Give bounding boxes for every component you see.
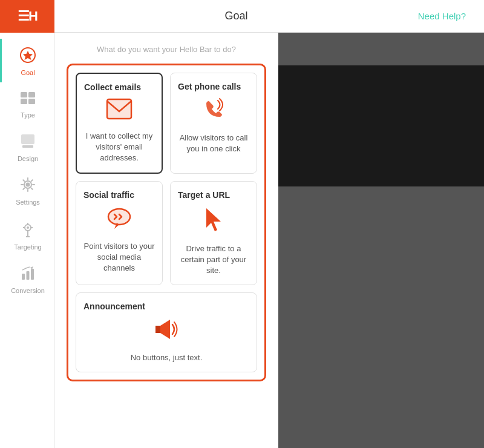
announcement-title: Announcement xyxy=(83,301,145,311)
svg-marker-26 xyxy=(206,208,221,231)
goal-card-get-phone-calls[interactable]: Get phone calls Allow visitors to call y… xyxy=(170,73,257,174)
goal-card-target-url[interactable]: Target a URL Drive traffic to a certain … xyxy=(170,181,257,286)
social-icon xyxy=(106,206,132,235)
sidebar-item-targeting[interactable]: Targeting xyxy=(0,212,54,257)
sidebar-item-conversion[interactable]: Conversion xyxy=(0,257,54,300)
sidebar-item-design[interactable]: Design xyxy=(0,125,54,168)
top-bar: ☰H Goal Need Help? xyxy=(0,0,484,33)
svg-rect-4 xyxy=(21,99,27,104)
get-phone-calls-title: Get phone calls xyxy=(178,82,241,91)
goal-container: Collect emails I want to collect my visi… xyxy=(67,64,266,381)
design-icon xyxy=(20,133,36,153)
target-url-title: Target a URL xyxy=(178,190,230,200)
logo-icon: ☰H xyxy=(18,8,37,24)
social-traffic-title: Social traffic xyxy=(83,190,134,200)
svg-rect-2 xyxy=(21,92,27,97)
collect-emails-title: Collect emails xyxy=(84,82,141,92)
svg-rect-7 xyxy=(22,145,33,148)
page-title: Goal xyxy=(54,10,418,22)
sidebar-goal-label: Goal xyxy=(21,69,34,76)
star-icon xyxy=(20,47,36,67)
sidebar-item-goal[interactable]: Goal xyxy=(0,39,54,82)
goal-card-announcement[interactable]: Announcement No buttons, just text. xyxy=(76,292,257,372)
svg-point-8 xyxy=(26,183,30,187)
svg-rect-3 xyxy=(28,92,35,97)
sidebar: Goal Type Design xyxy=(0,33,54,448)
content-subtitle: What do you want your Hello Bar to do? xyxy=(67,45,266,54)
main-layout: Goal Type Design xyxy=(0,33,484,448)
targeting-icon xyxy=(20,220,36,241)
settings-icon xyxy=(20,177,36,196)
goal-grid: Collect emails I want to collect my visi… xyxy=(76,73,257,372)
right-panel-dark xyxy=(278,65,484,186)
svg-marker-1 xyxy=(23,51,33,60)
svg-rect-20 xyxy=(31,269,34,280)
get-phone-calls-desc: Allow visitors to call you in one click xyxy=(178,133,249,154)
collect-emails-desc: I want to collect my visitors' email add… xyxy=(84,131,154,164)
phone-icon xyxy=(201,97,226,127)
sidebar-item-settings[interactable]: Settings xyxy=(0,168,54,212)
svg-point-11 xyxy=(27,226,29,229)
goal-card-collect-emails[interactable]: Collect emails I want to collect my visi… xyxy=(76,73,163,174)
right-panel xyxy=(278,33,484,448)
sidebar-targeting-label: Targeting xyxy=(14,243,41,251)
svg-rect-5 xyxy=(28,99,35,104)
email-icon xyxy=(106,98,132,125)
svg-rect-22 xyxy=(107,99,131,119)
need-help-link[interactable]: Need Help? xyxy=(418,11,466,21)
goal-card-social-traffic[interactable]: Social traffic Point visitors to your xyxy=(76,181,163,286)
type-icon xyxy=(19,91,36,109)
social-traffic-desc: Point visitors to your social media chan… xyxy=(83,241,155,274)
sidebar-type-label: Type xyxy=(21,111,35,119)
megaphone-icon xyxy=(152,317,181,346)
sidebar-design-label: Design xyxy=(18,155,38,162)
svg-rect-27 xyxy=(155,326,160,333)
announcement-desc: No buttons, just text. xyxy=(131,352,203,363)
sidebar-item-type[interactable]: Type xyxy=(0,82,54,125)
conversion-icon xyxy=(20,265,36,285)
content-area: What do you want your Hello Bar to do? C… xyxy=(54,33,278,448)
cursor-icon xyxy=(203,206,224,237)
sidebar-conversion-label: Conversion xyxy=(11,287,45,294)
svg-rect-19 xyxy=(27,271,30,280)
sidebar-settings-label: Settings xyxy=(16,199,40,206)
svg-rect-18 xyxy=(22,274,25,280)
target-url-desc: Drive traffic to a certain part of your … xyxy=(178,243,249,277)
logo: ☰H xyxy=(0,0,54,33)
right-panel-top xyxy=(278,33,484,65)
svg-rect-6 xyxy=(21,134,34,144)
